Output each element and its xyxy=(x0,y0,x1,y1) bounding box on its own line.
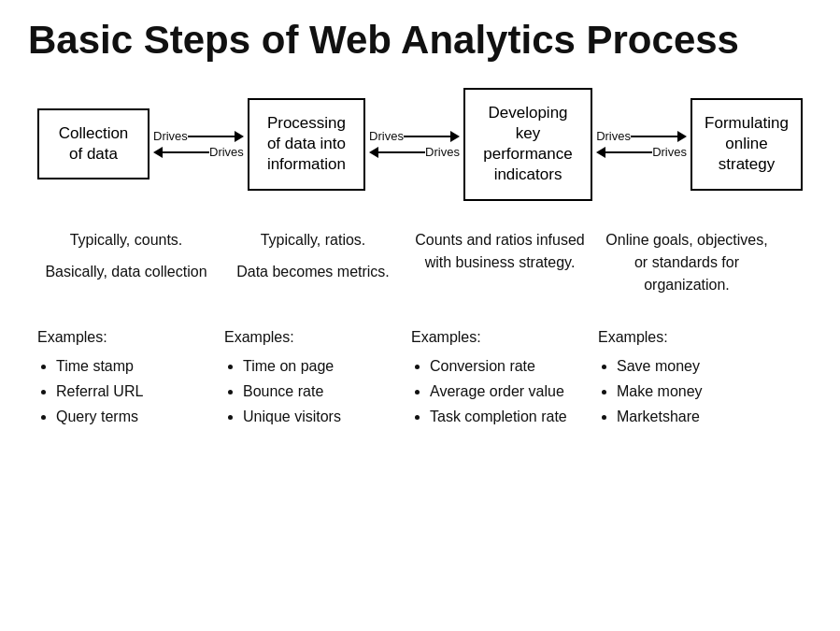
arrow-left-3: Drives xyxy=(596,145,687,159)
page-title: Basic Steps of Web Analytics Process xyxy=(28,19,812,62)
arrow-right-3: Drives xyxy=(596,129,687,143)
examples-col-2: Examples: Time on page Bounce rate Uniqu… xyxy=(224,324,411,430)
arrow-right-1: Drives xyxy=(153,129,244,143)
list-item: Query terms xyxy=(56,404,215,429)
list-item: Time stamp xyxy=(56,353,215,379)
examples-col-4: Examples: Save money Make money Marketsh… xyxy=(598,324,785,430)
descriptions-row: Typically, counts. Basically, data colle… xyxy=(28,229,812,306)
arrow-left-1: Drives xyxy=(153,145,244,159)
arrow-left-2: Drives xyxy=(369,145,460,159)
flow-box-3: Developing key performance indicators xyxy=(463,88,592,200)
arrow-group-3: Drives Drives xyxy=(596,129,687,159)
list-item: Unique visitors xyxy=(243,404,402,429)
list-item: Make money xyxy=(617,379,776,404)
list-item: Task completion rate xyxy=(430,404,589,429)
flow-box-2: Processing of data into information xyxy=(248,98,365,190)
desc-col-4: Online goals, objectives, or standards f… xyxy=(598,229,785,306)
arrow-right-2: Drives xyxy=(369,129,460,143)
desc-col-1: Typically, counts. Basically, data colle… xyxy=(37,229,224,306)
flow-box-1: Collection of data xyxy=(37,108,149,179)
list-item: Time on page xyxy=(243,353,402,379)
examples-col-3: Examples: Conversion rate Average order … xyxy=(411,324,598,430)
list-item: Average order value xyxy=(430,379,589,404)
list-item: Marketshare xyxy=(617,404,776,429)
arrow-group-1: Drives Drives xyxy=(153,129,244,159)
flow-diagram: Collection of data Drives Drives Process… xyxy=(28,88,812,200)
examples-row: Examples: Time stamp Referral URL Query … xyxy=(28,324,812,430)
arrow-group-2: Drives Drives xyxy=(369,129,460,159)
desc-col-2: Typically, ratios. Data becomes metrics. xyxy=(224,229,411,306)
desc-col-3: Counts and ratios infused with business … xyxy=(411,229,598,306)
list-item: Save money xyxy=(617,353,776,379)
flow-box-4: Formulating online strategy xyxy=(691,98,803,190)
examples-col-1: Examples: Time stamp Referral URL Query … xyxy=(37,324,224,430)
list-item: Conversion rate xyxy=(430,353,589,379)
list-item: Referral URL xyxy=(56,379,215,404)
list-item: Bounce rate xyxy=(243,379,402,404)
